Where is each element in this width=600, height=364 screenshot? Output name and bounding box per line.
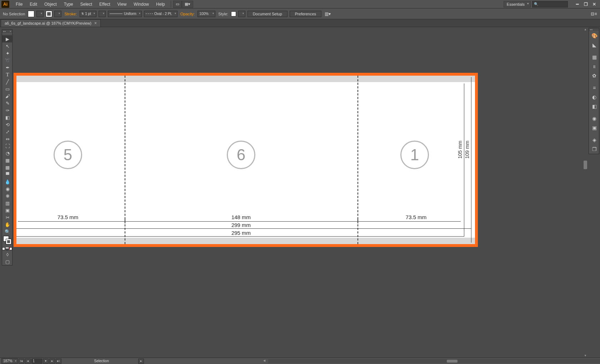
color-guide-panel-icon[interactable]: ◣	[589, 40, 600, 50]
pencil-tool[interactable]: ✎	[2, 100, 13, 107]
direct-selection-tool[interactable]: ↖	[2, 42, 13, 50]
pen-tool[interactable]: ✒	[2, 64, 13, 71]
artboard-number-field[interactable]	[31, 359, 42, 364]
blend-tool[interactable]: ◉	[2, 185, 13, 192]
color-mode-none[interactable]: /	[9, 247, 12, 250]
type-tool[interactable]: T	[2, 71, 13, 78]
var-width-profile-dropdown[interactable]	[99, 11, 106, 17]
scroll-up-icon[interactable]: ▲	[583, 27, 588, 31]
style-dropdown[interactable]	[238, 11, 245, 17]
color-mode-gradient[interactable]	[6, 247, 9, 250]
lasso-tool[interactable]: ➰	[2, 57, 13, 64]
paintbrush-tool[interactable]: 🖌	[2, 92, 13, 100]
panel-menu-icon[interactable]: ⊟≡	[590, 11, 598, 17]
fill-dropdown[interactable]	[36, 11, 44, 17]
brush-dropdown[interactable]: Oval - 2 Pt.	[144, 11, 178, 17]
shape-builder-tool[interactable]: ◔	[2, 150, 13, 157]
menu-object[interactable]: Object	[41, 0, 60, 9]
panel-collapse-grip[interactable]: ◂◂	[589, 28, 599, 31]
scroll-left-icon[interactable]: ◀	[263, 359, 265, 362]
rotate-tool[interactable]: ⟲	[2, 121, 13, 128]
menu-file[interactable]: File	[12, 0, 26, 9]
symbol-sprayer-tool[interactable]: ❋	[2, 192, 13, 199]
brushes-panel-icon[interactable]: ιι	[589, 62, 600, 71]
close-icon[interactable]: ×	[94, 21, 97, 26]
stroke-weight-dropdown[interactable]: ⇅1 pt	[80, 11, 96, 17]
screen-mode-button[interactable]: ▢	[2, 258, 13, 265]
preferences-button[interactable]: Preferences	[290, 11, 321, 17]
artboard-last-button[interactable]: ▸I	[56, 359, 61, 364]
magic-wand-tool[interactable]: ✦	[2, 50, 13, 57]
menu-view[interactable]: View	[114, 0, 130, 9]
appearance-panel-icon[interactable]: ◉	[589, 114, 600, 123]
document-setup-button[interactable]: Document Setup	[248, 11, 288, 17]
mesh-tool[interactable]: ▩	[2, 164, 13, 171]
stroke-dropdown[interactable]	[54, 11, 61, 17]
stroke-panel-icon[interactable]: ≡	[589, 83, 600, 92]
horizontal-scrollbar[interactable]: ◀ ▶	[268, 359, 600, 363]
rectangle-tool[interactable]: ▭	[2, 85, 13, 92]
graphic-styles-panel-icon[interactable]: ▣	[589, 123, 600, 132]
color-mode-solid[interactable]	[2, 247, 5, 250]
eraser-tool[interactable]: ◧	[2, 114, 13, 121]
window-maximize[interactable]: ❐	[581, 1, 590, 7]
zoom-dropdown[interactable]: 187%	[1, 358, 18, 364]
line-tool[interactable]: ╱	[2, 78, 13, 85]
menu-edit[interactable]: Edit	[26, 0, 41, 9]
menu-effect[interactable]: Effect	[96, 0, 114, 9]
gradient-tool[interactable]: ▀	[2, 171, 13, 178]
scale-tool[interactable]: ⤢	[2, 128, 13, 135]
slice-tool[interactable]: ✂	[2, 214, 13, 221]
blob-brush-tool[interactable]: ✑	[2, 107, 13, 114]
style-swatch[interactable]	[231, 11, 236, 16]
artboard-nav-dropdown[interactable]: ▾	[43, 359, 49, 364]
document-tab[interactable]: a6_6s_gf_landscape.ai @ 187% (CMYK/Previ…	[1, 19, 101, 27]
artboard-prev-button[interactable]: ◂	[25, 359, 31, 364]
stroke-indicator[interactable]	[6, 239, 11, 244]
workspace-dropdown[interactable]: Essentials	[504, 1, 531, 7]
menu-help[interactable]: Help	[152, 0, 169, 9]
stroke-swatch[interactable]	[46, 11, 52, 17]
opacity-field[interactable]	[199, 12, 210, 16]
align-panel-icon[interactable]: ▥▾	[324, 11, 331, 17]
layout-icon-button[interactable]: ▭	[173, 1, 182, 8]
menu-type[interactable]: Type	[60, 0, 77, 9]
swatches-panel-icon[interactable]: ▦	[589, 52, 600, 62]
artboard-next-button[interactable]: ▸	[49, 359, 55, 364]
selection-tool[interactable]: ▶	[2, 35, 13, 42]
menu-select[interactable]: Select	[77, 0, 96, 9]
symbols-panel-icon[interactable]: ✿	[589, 71, 600, 80]
arrange-docs-button[interactable]: ▦▾	[182, 1, 193, 8]
gradient-panel-icon[interactable]: ◐	[589, 92, 600, 102]
layers-panel-icon[interactable]: ◈	[589, 135, 600, 145]
graph-tool[interactable]: ▥	[2, 199, 13, 207]
menu-window[interactable]: Window	[130, 0, 152, 9]
stroke-profile-dropdown[interactable]: Uniform	[108, 11, 142, 17]
color-panel-icon[interactable]: 🎨	[589, 31, 600, 40]
vertical-scrollbar[interactable]: ▲ ▼	[583, 27, 588, 358]
artboard-tool[interactable]: ▣	[2, 207, 13, 214]
stepper-icon[interactable]: ⇅	[81, 12, 84, 15]
fill-swatch[interactable]	[28, 11, 34, 17]
scrollbar-thumb[interactable]	[447, 360, 458, 363]
scroll-down-icon[interactable]: ▼	[583, 353, 588, 358]
perspective-tool[interactable]: ▦	[2, 157, 13, 164]
search-input[interactable]: 🔍	[532, 1, 568, 7]
artboard-first-button[interactable]: I◂	[19, 359, 24, 364]
width-tool[interactable]: ⇔	[2, 135, 13, 142]
window-close[interactable]: ✕	[590, 1, 599, 7]
draw-mode-button[interactable]: ◊	[2, 251, 13, 258]
scrollbar-thumb[interactable]	[584, 161, 587, 169]
status-menu-button[interactable]: ▸	[138, 359, 144, 364]
eyedropper-tool[interactable]: 💧	[2, 178, 13, 185]
fill-stroke-control[interactable]	[2, 235, 13, 247]
window-minimize[interactable]: ━	[573, 1, 581, 7]
canvas-viewport[interactable]: 109 mm 105 mm 5 6 1 73.5 mm 148 mm 73.5 …	[14, 27, 588, 358]
zoom-tool[interactable]: 🔍	[2, 228, 13, 235]
panel-grip[interactable]: ▸▸×	[2, 30, 12, 33]
opacity-dropdown[interactable]	[198, 11, 215, 17]
transparency-panel-icon[interactable]: ◧	[589, 102, 600, 111]
hand-tool[interactable]: ✋	[2, 221, 13, 228]
free-transform-tool[interactable]: ⛶	[2, 142, 13, 150]
artboards-panel-icon[interactable]: ❐	[589, 145, 600, 154]
